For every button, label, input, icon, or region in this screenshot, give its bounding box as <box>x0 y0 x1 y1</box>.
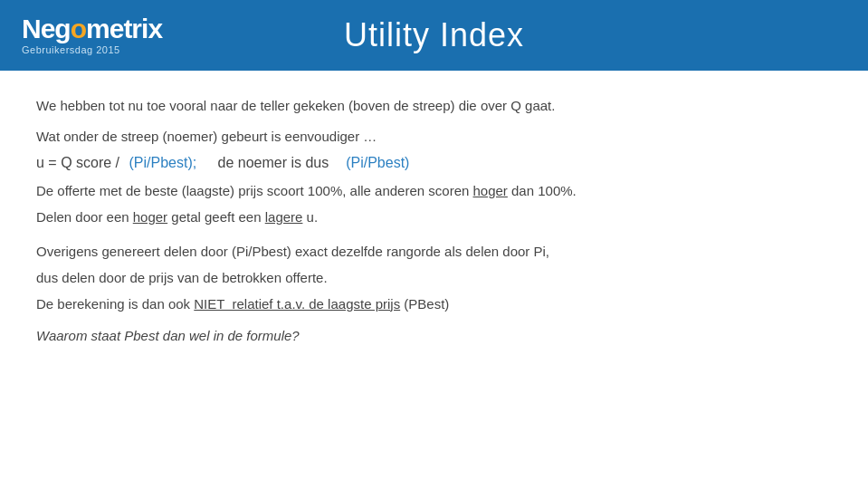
berekening-line: De berekening is dan ook NIET relatief t… <box>36 293 832 315</box>
offerte-text-end: dan 100%. <box>508 183 577 198</box>
delen-lagere: lagere <box>265 209 303 225</box>
main-content: We hebben tot nu toe vooral naar de tell… <box>0 71 868 361</box>
berekening-pre: De berekening is dan ook <box>36 296 194 312</box>
logo-brand: Negometrix <box>22 15 162 43</box>
bottom-section: Overigens genereert delen door (Pi/Pbest… <box>36 241 832 315</box>
intro-line2: Wat onder de streep (noemer) gebeurt is … <box>36 126 832 148</box>
formula-section: Wat onder de streep (noemer) gebeurt is … <box>36 126 832 228</box>
formula-u: u = Q score / <box>36 155 119 171</box>
delen-hoger: hoger <box>133 209 167 225</box>
logo-subtitle: Gebruikersdag 2015 <box>22 44 120 55</box>
delen-line: Delen door een hoger getal geeft een lag… <box>36 206 832 228</box>
formula-expression: u = Q score / (Pi/Pbest); de noemer is d… <box>36 155 832 171</box>
logo-o: o <box>71 14 86 43</box>
offerte-line: De offerte met de beste (laagste) prijs … <box>36 180 832 202</box>
overigens-line2: dus delen door de prijs van de betrokken… <box>36 267 832 289</box>
offerte-text-pre: De offerte met de beste (laagste) prijs … <box>36 183 472 198</box>
logo-nego: Neg <box>22 14 71 43</box>
page-title: Utility Index <box>344 16 524 54</box>
noemer-value: (Pi/Pbest) <box>338 155 409 171</box>
noemer-label: de noemer is dus <box>205 155 329 171</box>
overigens-line1: Overigens genereert delen door (Pi/Pbest… <box>36 241 832 263</box>
intro-paragraph: We hebben tot nu toe vooral naar de tell… <box>36 96 832 117</box>
logo-metrix: metrix <box>86 14 162 43</box>
berekening-niet: NIET relatief t.a.v. de laagste prijs <box>194 296 400 312</box>
header: Negometrix Gebruikersdag 2015 Utility In… <box>0 0 868 71</box>
logo-area: Negometrix Gebruikersdag 2015 <box>22 15 162 55</box>
closing-question: Waarom staat Pbest dan wel in de formule… <box>36 328 832 343</box>
delen-pre: Delen door een <box>36 209 133 225</box>
berekening-end: (PBest) <box>400 296 449 312</box>
formula-pipbest: (Pi/Pbest); <box>125 155 196 171</box>
offerte-hoger: hoger <box>472 183 507 198</box>
delen-mid: getal geeft een <box>167 209 265 225</box>
delen-end: u. <box>302 209 318 225</box>
